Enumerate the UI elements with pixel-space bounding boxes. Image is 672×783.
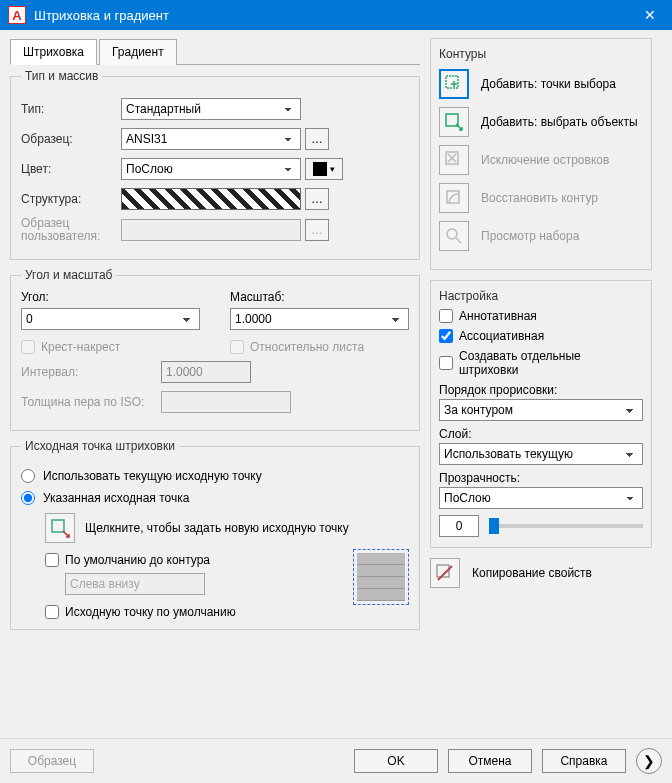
- app-logo-icon: A: [8, 6, 26, 24]
- browse-pattern-button[interactable]: …: [305, 128, 329, 150]
- check-crosshatch: [21, 340, 35, 354]
- group-type-array: Тип и массив Тип: Стандартный Образец: A…: [10, 69, 420, 260]
- help-button[interactable]: Справка: [542, 749, 626, 773]
- pick-origin-button[interactable]: [45, 513, 75, 543]
- expand-button[interactable]: ❯: [636, 748, 662, 774]
- label-type: Тип:: [21, 102, 121, 116]
- select-origin-position: Слева внизу: [65, 573, 205, 595]
- select-iso: [161, 391, 291, 413]
- pick-points-button[interactable]: [439, 69, 469, 99]
- label-angle: Угол:: [21, 290, 200, 304]
- select-pattern[interactable]: ANSI31: [121, 128, 301, 150]
- legend-options: Настройка: [439, 289, 643, 303]
- svg-point-5: [447, 229, 457, 239]
- label-iso: Толщина пера по ISO:: [21, 396, 161, 409]
- label-scale: Масштаб:: [230, 290, 409, 304]
- browse-swatch-button[interactable]: …: [305, 188, 329, 210]
- select-color[interactable]: ПоСлою: [121, 158, 301, 180]
- ok-button[interactable]: OK: [354, 749, 438, 773]
- check-store-default[interactable]: [45, 605, 59, 619]
- inherit-properties-button[interactable]: [430, 558, 460, 588]
- select-transparency[interactable]: ПоСлою: [439, 487, 643, 509]
- label-userpattern: Образец пользователя:: [21, 217, 121, 243]
- radio-specified[interactable]: [21, 491, 35, 505]
- check-default-boundary[interactable]: [45, 553, 59, 567]
- select-userpattern: [121, 219, 301, 241]
- preview-button: Образец: [10, 749, 94, 773]
- recreate-boundary-button: [439, 183, 469, 213]
- label-spacing: Интервал:: [21, 365, 161, 379]
- label-click-hint: Щелкните, чтобы задать новую исходную то…: [85, 521, 349, 535]
- check-separate[interactable]: [439, 356, 453, 370]
- remove-islands-button: [439, 145, 469, 175]
- select-draw-order[interactable]: За контуром: [439, 399, 643, 421]
- select-bgcolor[interactable]: ▾: [305, 158, 343, 180]
- input-transparency[interactable]: [439, 515, 479, 537]
- select-type[interactable]: Стандартный: [121, 98, 301, 120]
- check-annotative[interactable]: [439, 309, 453, 323]
- radio-use-current[interactable]: [21, 469, 35, 483]
- svg-rect-0: [52, 520, 64, 532]
- select-angle[interactable]: 0: [21, 308, 200, 330]
- tab-hatch[interactable]: Штриховка: [10, 39, 97, 65]
- select-scale[interactable]: 1.0000: [230, 308, 409, 330]
- window-title: Штриховка и градиент: [34, 8, 627, 23]
- label-layer: Слой:: [439, 427, 643, 441]
- legend-boundaries: Контуры: [439, 47, 643, 61]
- close-icon[interactable]: ✕: [627, 0, 672, 30]
- browse-userpattern-button: …: [305, 219, 329, 241]
- legend-origin: Исходная точка штриховки: [21, 439, 179, 453]
- label-color: Цвет:: [21, 162, 121, 176]
- origin-preview-icon: [353, 549, 409, 605]
- label-structure: Структура:: [21, 192, 121, 206]
- group-origin: Исходная точка штриховки Использовать те…: [10, 439, 420, 630]
- tab-gradient[interactable]: Градиент: [99, 39, 177, 65]
- view-selection-button: [439, 221, 469, 251]
- legend-angle-scale: Угол и масштаб: [21, 268, 116, 282]
- svg-rect-1: [446, 76, 458, 88]
- pattern-swatch[interactable]: [121, 188, 301, 210]
- select-objects-button[interactable]: [439, 107, 469, 137]
- legend-type-array: Тип и массив: [21, 69, 102, 83]
- check-associative[interactable]: [439, 329, 453, 343]
- label-transparency: Прозрачность:: [439, 471, 643, 485]
- slider-transparency[interactable]: [489, 524, 643, 528]
- group-angle-scale: Угол и масштаб Угол: 0 Масштаб: 1.0000 К…: [10, 268, 420, 431]
- label-pattern: Образец:: [21, 132, 121, 146]
- label-draw-order: Порядок прорисовки:: [439, 383, 643, 397]
- input-spacing: [161, 361, 251, 383]
- group-boundaries: Контуры Добавить: точки выбора Добавить:…: [430, 38, 652, 270]
- check-paperspace: [230, 340, 244, 354]
- cancel-button[interactable]: Отмена: [448, 749, 532, 773]
- select-layer[interactable]: Использовать текущую: [439, 443, 643, 465]
- group-options: Настройка Аннотативная Ассоциативная Соз…: [430, 280, 652, 548]
